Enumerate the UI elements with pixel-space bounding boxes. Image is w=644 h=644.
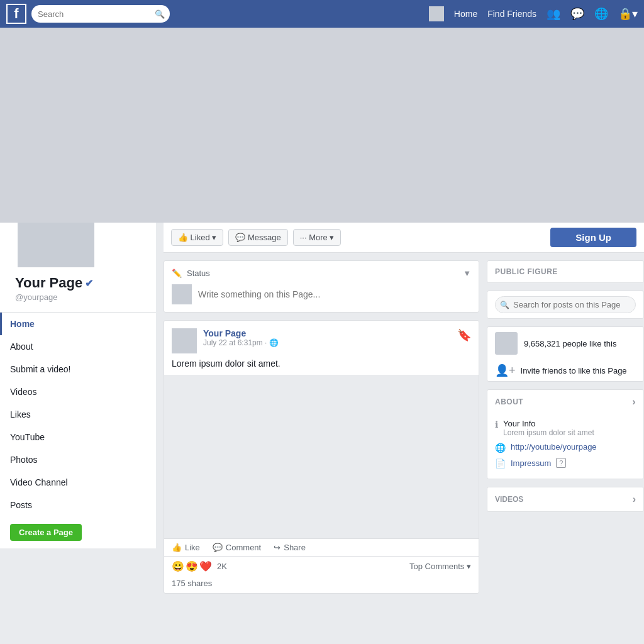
about-header-label: ABOUT	[495, 397, 523, 406]
verified-badge: ✔	[85, 277, 93, 289]
right-sidebar: Public Figure 🔍 9,658,321 people like th…	[487, 260, 644, 601]
page-handle: @yourpage	[8, 291, 148, 302]
sidebar-item-youtube[interactable]: YouTube	[0, 426, 156, 448]
likes-row: 9,658,321 people like this	[487, 327, 643, 360]
comment-icon: 💬	[213, 543, 223, 552]
impressum-icon: 📄	[495, 458, 506, 469]
friends-icon[interactable]: 👥	[547, 7, 560, 21]
reaction-smile: 😀	[172, 560, 184, 572]
sidebar-item-videos[interactable]: Videos	[0, 380, 156, 403]
impressum-badge: ?	[556, 458, 566, 468]
likes-card: 9,658,321 people like this 👤+ Invite fri…	[487, 326, 644, 382]
reaction-love: ❤️	[199, 560, 212, 572]
status-avatar	[172, 284, 192, 304]
about-info-text: Lorem ipsum dolor sit amet	[503, 428, 594, 437]
signup-button[interactable]: Sign Up	[550, 228, 636, 247]
status-input-area	[172, 284, 471, 304]
post-card: Your Page July 22 at 6:31pm · 🌐 🔖 Lorem …	[164, 320, 479, 594]
search-posts-icon: 🔍	[500, 301, 509, 309]
reactions-left: 😀 😍 ❤️ 2K	[172, 560, 227, 572]
nav-friends-link[interactable]: Find Friends	[487, 9, 536, 19]
message-button[interactable]: 💬 Message	[228, 229, 287, 246]
impressum-row: Impressum ?	[511, 458, 566, 468]
left-sidebar: Your Page ✔ @yourpage Home About Submit …	[0, 223, 156, 601]
page-name-row: Your Page ✔	[8, 275, 148, 291]
sidebar-item-submit-video[interactable]: Submit a video!	[0, 358, 156, 380]
like-label: Like	[185, 543, 200, 552]
about-info-item: ℹ Your Info Lorem ipsum dolor sit amet	[495, 419, 636, 437]
videos-header: VIDEOS ›	[487, 487, 643, 511]
search-posts-wrap: 🔍	[487, 291, 643, 318]
post-meta: July 22 at 6:31pm · 🌐	[203, 338, 279, 347]
status-box: ✏️ Status ▼	[164, 260, 479, 313]
videos-label: VIDEOS	[495, 495, 523, 504]
likes-avatar	[495, 332, 518, 355]
search-icon: 🔍	[155, 9, 165, 19]
post-author-name[interactable]: Your Page	[203, 328, 279, 338]
videos-chevron[interactable]: ›	[633, 494, 636, 505]
invite-row[interactable]: 👤+ Invite friends to like this Page	[487, 360, 643, 381]
about-website-item: 🌐 http://youtube/yourpage	[495, 442, 636, 453]
messages-icon[interactable]: 💬	[570, 7, 584, 21]
globe-icon[interactable]: 🌐	[594, 7, 608, 21]
sidebar-item-posts[interactable]: Posts	[0, 494, 156, 516]
post-text: Lorem ipsum dolor sit amet.	[164, 358, 479, 375]
main-content: 👍 Liked ▾ 💬 Message ··· More ▾ Sign Up ✏…	[156, 223, 644, 601]
impressum-link[interactable]: Impressum	[511, 458, 551, 468]
sidebar-item-video-channel[interactable]: Video Channel	[0, 471, 156, 494]
search-card: 🔍	[487, 291, 644, 319]
reaction-heart: 😍	[186, 560, 198, 572]
navbar: f 🔍 Home Find Friends 👥 💬 🌐 🔒▾	[0, 0, 644, 28]
about-card: ABOUT › ℹ Your Info Lorem ipsum dolor si…	[487, 389, 644, 479]
reaction-icons: 😀 😍 ❤️	[172, 560, 212, 572]
search-wrap: 🔍	[26, 5, 170, 23]
shares-row: 175 shares	[164, 576, 479, 593]
about-impressum-item: 📄 Impressum ?	[495, 458, 636, 469]
page-layout: Your Page ✔ @yourpage Home About Submit …	[0, 223, 644, 601]
sidebar-item-photos[interactable]: Photos	[0, 448, 156, 471]
post-image	[164, 375, 479, 538]
more-button[interactable]: ··· More ▾	[293, 229, 341, 246]
lock-icon[interactable]: 🔒▾	[618, 7, 638, 21]
about-info-text-wrap: Your Info Lorem ipsum dolor sit amet	[503, 419, 594, 437]
like-button[interactable]: 👍 Like	[172, 543, 200, 552]
sidebar-item-about[interactable]: About	[0, 335, 156, 358]
liked-button[interactable]: 👍 Liked ▾	[171, 229, 223, 246]
sidebar-nav: Home About Submit a video! Videos Likes …	[0, 313, 156, 548]
category-card: Public Figure	[487, 260, 644, 283]
about-info-label: Your Info	[503, 419, 594, 428]
post-author-info: Your Page July 22 at 6:31pm · 🌐	[203, 328, 279, 347]
post-avatar	[172, 328, 197, 353]
user-avatar-nav	[429, 6, 444, 21]
cover-area	[0, 28, 644, 223]
invite-label: Invite friends to like this Page	[521, 366, 627, 375]
nav-links: Home Find Friends 👥 💬 🌐 🔒▾	[429, 6, 638, 21]
search-posts-input[interactable]	[495, 296, 636, 313]
about-chevron[interactable]: ›	[632, 396, 636, 408]
search-input[interactable]	[31, 5, 170, 23]
status-options-icon[interactable]: ▼	[463, 269, 471, 278]
globe-about-icon: 🌐	[495, 443, 506, 453]
top-comments-button[interactable]: Top Comments ▾	[409, 562, 471, 571]
reactions-row: 😀 😍 ❤️ 2K Top Comments ▾	[164, 556, 479, 576]
about-website-link[interactable]: http://youtube/yourpage	[511, 442, 597, 452]
sidebar-item-home[interactable]: Home	[0, 313, 156, 335]
comment-button[interactable]: 💬 Comment	[213, 543, 261, 552]
nav-home-link[interactable]: Home	[454, 9, 477, 19]
content-area: ✏️ Status ▼ Your Page Ju	[164, 260, 644, 601]
like-icon: 👍	[172, 543, 182, 552]
about-section: ℹ Your Info Lorem ipsum dolor sit amet 🌐…	[487, 414, 643, 479]
cover-photo	[0, 28, 644, 223]
sidebar-item-likes[interactable]: Likes	[0, 403, 156, 426]
share-button[interactable]: ↪ Share	[274, 543, 306, 552]
reaction-count: 2K	[217, 562, 227, 571]
create-page-button[interactable]: Create a Page	[10, 524, 82, 541]
status-header: ✏️ Status ▼	[172, 269, 471, 278]
bookmark-icon[interactable]: 🔖	[457, 328, 471, 342]
category-header: Public Figure	[487, 261, 643, 282]
action-bar: 👍 Liked ▾ 💬 Message ··· More ▾ Sign Up	[164, 223, 644, 253]
add-friend-icon: 👤+	[495, 364, 516, 377]
videos-card: VIDEOS ›	[487, 487, 644, 512]
status-input[interactable]	[198, 289, 471, 299]
profile-info: Your Page ✔ @yourpage	[0, 223, 156, 313]
